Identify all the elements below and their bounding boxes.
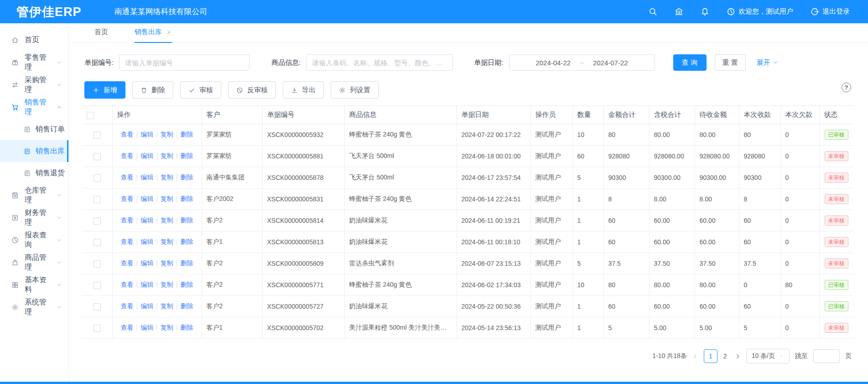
sidebar-item-home[interactable]: 首页 (0, 29, 68, 51)
sidebar-item-basic[interactable]: 基本资料 (0, 274, 68, 296)
op-edit-link[interactable]: 编辑 (140, 259, 153, 267)
op-view-link[interactable]: 查看 (121, 174, 134, 181)
sidebar-item-product[interactable]: 商品管理 (0, 251, 68, 274)
op-delete-link[interactable]: 删除 (180, 302, 193, 310)
bill-no-cell: XSCK00000005814 (262, 210, 344, 231)
page-size-select[interactable]: 10 条/页 (746, 349, 790, 363)
sidebar-item-warehouse[interactable]: 仓库管理 (0, 184, 68, 206)
reset-button[interactable]: 重 置 (715, 54, 746, 71)
op-edit-link[interactable]: 编辑 (140, 216, 153, 224)
op-copy-link[interactable]: 复制 (161, 174, 173, 181)
op-copy-link[interactable]: 复制 (161, 131, 173, 138)
tab-home[interactable]: 首页 (94, 28, 108, 42)
op-view-link[interactable]: 查看 (121, 152, 134, 159)
column-settings-button[interactable]: 列设置 (331, 81, 379, 99)
op-edit-link[interactable]: 编辑 (140, 152, 153, 159)
op-view-link[interactable]: 查看 (121, 238, 134, 245)
row-checkbox[interactable] (94, 174, 101, 182)
op-copy-link[interactable]: 复制 (161, 302, 173, 310)
qty-cell: 10 (572, 274, 603, 296)
op-delete-link[interactable]: 删除 (180, 259, 193, 267)
row-checkbox[interactable] (94, 217, 101, 225)
add-button[interactable]: 新增 (84, 81, 125, 99)
sidebar-item-sales-outbound[interactable]: 销售出库 (0, 140, 68, 162)
op-copy-link[interactable]: 复制 (161, 216, 173, 224)
op-delete-link[interactable]: 删除 (180, 195, 193, 202)
welcome-user[interactable]: 欢迎您，测试用户 (727, 7, 793, 16)
operator-cell: 测试用户 (530, 210, 572, 231)
search-button[interactable]: 查 询 (673, 54, 707, 71)
op-delete-link[interactable]: 删除 (180, 152, 193, 159)
op-delete-link[interactable]: 删除 (180, 238, 193, 245)
row-checkbox[interactable] (94, 260, 101, 268)
op-delete-link[interactable]: 删除 (180, 281, 193, 288)
op-copy-link[interactable]: 复制 (161, 152, 173, 159)
received-cell: 80 (739, 124, 780, 146)
op-view-link[interactable]: 查看 (121, 195, 134, 202)
op-delete-link[interactable]: 删除 (180, 216, 193, 224)
op-view-link[interactable]: 查看 (121, 302, 134, 310)
op-edit-link[interactable]: 编辑 (140, 195, 153, 202)
sidebar-item-sales-order[interactable]: 销售订单 (0, 118, 68, 140)
export-button[interactable]: 导出 (283, 81, 324, 99)
op-copy-link[interactable]: 复制 (161, 195, 173, 202)
page-1-button[interactable]: 1 (704, 349, 717, 363)
download-icon (291, 87, 298, 94)
filter-bar: 单据编号: 商品信息: 单据日期: 2024-04-22 ~ 2024-07-2… (69, 43, 868, 71)
chevron-down-icon (57, 305, 62, 310)
logout-button[interactable]: 退出登录 (811, 7, 850, 16)
op-view-link[interactable]: 查看 (121, 324, 134, 331)
search-icon[interactable] (649, 7, 657, 16)
bell-icon[interactable] (701, 7, 709, 16)
delete-button[interactable]: 删除 (132, 81, 173, 99)
op-view-link[interactable]: 查看 (121, 131, 134, 138)
sidebar-item-retail[interactable]: 零售管理 (0, 51, 68, 74)
op-copy-link[interactable]: 复制 (161, 281, 173, 288)
op-edit-link[interactable]: 编辑 (140, 324, 153, 331)
sidebar-item-report[interactable]: 报表查询 (0, 229, 68, 251)
prev-page-button[interactable] (692, 353, 698, 359)
jump-page-input[interactable] (813, 349, 840, 363)
select-all-checkbox[interactable] (87, 112, 94, 119)
op-delete-link[interactable]: 删除 (180, 131, 193, 138)
bank-icon[interactable] (675, 7, 683, 16)
op-copy-link[interactable]: 复制 (161, 259, 173, 267)
op-edit-link[interactable]: 编辑 (140, 174, 153, 181)
row-checkbox[interactable] (94, 282, 101, 289)
op-view-link[interactable]: 查看 (121, 259, 134, 267)
op-view-link[interactable]: 查看 (121, 216, 134, 224)
row-checkbox[interactable] (94, 196, 101, 203)
audit-button[interactable]: 审核 (180, 81, 221, 99)
op-edit-link[interactable]: 编辑 (140, 302, 153, 310)
op-edit-link[interactable]: 编辑 (140, 131, 153, 138)
unaudit-button[interactable]: 反审核 (228, 81, 276, 99)
row-checkbox[interactable] (94, 153, 101, 160)
sidebar-item-purchase[interactable]: 采购管理 (0, 74, 68, 96)
date-range-picker[interactable]: 2024-04-22 ~ 2024-07-22 (509, 54, 655, 71)
sidebar-item-sales-return[interactable]: 销售退货 (0, 162, 68, 184)
bill-no-input[interactable] (119, 54, 249, 71)
sidebar-item-system[interactable]: 系统管理 (0, 296, 68, 318)
op-edit-link[interactable]: 编辑 (140, 281, 153, 288)
close-icon[interactable] (166, 29, 172, 35)
tab-sales-outbound[interactable]: 销售出库 (135, 28, 172, 43)
row-checkbox[interactable] (94, 239, 101, 246)
sidebar-item-sales[interactable]: 销售管理 (0, 96, 68, 118)
expand-filters-link[interactable]: 展开 (757, 58, 778, 67)
sidebar-item-finance[interactable]: 财务管理 (0, 206, 68, 229)
op-delete-link[interactable]: 删除 (180, 174, 193, 181)
product-info-input[interactable] (306, 54, 453, 71)
page-2-button[interactable]: 2 (721, 352, 729, 360)
row-checkbox[interactable] (94, 325, 101, 332)
op-copy-link[interactable]: 复制 (161, 238, 173, 245)
help-icon[interactable]: ? (842, 83, 851, 92)
op-view-link[interactable]: 查看 (121, 281, 134, 288)
op-copy-link[interactable]: 复制 (161, 324, 173, 331)
customer-cell: 客户2 (202, 253, 262, 274)
row-checkbox[interactable] (94, 132, 101, 139)
next-page-button[interactable] (735, 353, 741, 359)
op-delete-link[interactable]: 删除 (180, 324, 193, 331)
row-checkbox[interactable] (94, 303, 101, 310)
op-edit-link[interactable]: 编辑 (140, 238, 153, 245)
doc-icon (24, 126, 31, 133)
